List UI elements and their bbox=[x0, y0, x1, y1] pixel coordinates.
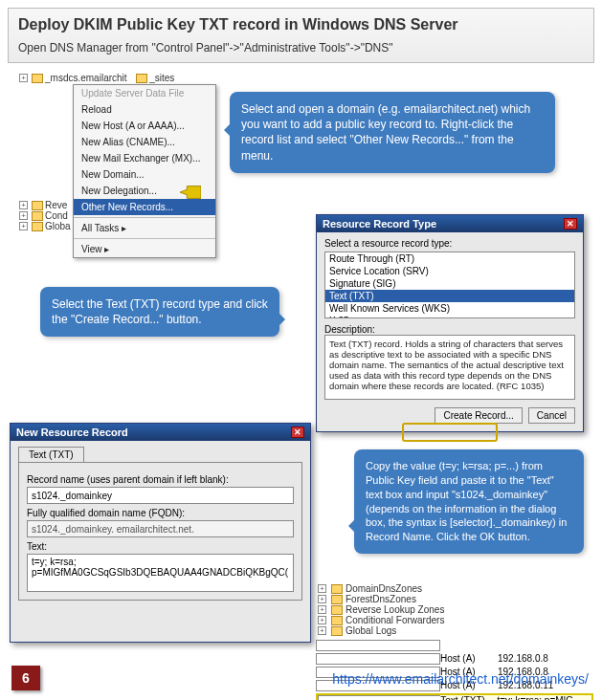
new-resource-record-dialog: New Resource Record ✕ Text (TXT) Record … bbox=[10, 423, 311, 643]
text-label: Text: bbox=[27, 541, 294, 552]
fqdn-field bbox=[27, 520, 294, 537]
folder-icon bbox=[32, 74, 43, 83]
tree-node[interactable]: +Global Logs bbox=[316, 625, 593, 636]
callout-3: Copy the value (t=y; k=rsa; p=...) from … bbox=[354, 449, 584, 554]
tree-label: _sites bbox=[149, 73, 174, 83]
select-label: Select a resource record type: bbox=[324, 238, 575, 249]
page-title: Deploy DKIM Public Key TXT record in Win… bbox=[18, 16, 584, 33]
footer-url[interactable]: https://www.emailarchitect.net/domainkey… bbox=[332, 671, 589, 687]
ctx-item[interactable]: Update Server Data File bbox=[74, 85, 215, 101]
tree-label: _msdcs.emailarchit bbox=[45, 73, 127, 83]
table-row[interactable]: (same as parent folder)Host (A)192.168.0… bbox=[316, 653, 593, 667]
expand-icon[interactable]: + bbox=[19, 74, 28, 82]
ctx-item[interactable]: All Tasks ▸ bbox=[74, 220, 215, 236]
list-item[interactable]: X.25 bbox=[325, 315, 574, 318]
ctx-item[interactable]: New Host (A or AAAA)... bbox=[74, 118, 215, 134]
cancel-button[interactable]: Cancel bbox=[528, 407, 575, 424]
dialog-title: Resource Record Type bbox=[323, 218, 436, 230]
tree-node[interactable]: +ForestDnsZones bbox=[316, 594, 593, 604]
callout-2: Select the Text (TXT) record type and cl… bbox=[40, 287, 279, 337]
tree-node[interactable]: +DomainDnsZones bbox=[316, 583, 593, 594]
resource-record-type-dialog: Resource Record Type ✕ Select a resource… bbox=[316, 214, 584, 432]
tab-text-txt[interactable]: Text (TXT) bbox=[18, 447, 84, 462]
list-item[interactable]: Text (TXT) bbox=[325, 290, 574, 302]
dialog-titlebar: Resource Record Type ✕ bbox=[317, 215, 583, 232]
folder-icon bbox=[136, 74, 147, 83]
pointer-arrow-icon bbox=[180, 186, 201, 199]
tree-node-msdcs[interactable]: + _msdcs.emailarchit _sites bbox=[17, 73, 209, 83]
list-item[interactable]: Well Known Services (WKS) bbox=[325, 302, 574, 315]
expand-icon[interactable]: + bbox=[19, 211, 28, 220]
record-name-input[interactable] bbox=[27, 487, 294, 504]
close-icon[interactable]: ✕ bbox=[564, 218, 577, 230]
fqdn-label: Fully qualified domain name (FQDN): bbox=[27, 508, 294, 518]
record-type-listbox[interactable]: Route Through (RT)Service Location (SRV)… bbox=[324, 252, 575, 318]
page-subtitle: Open DNS Manager from "Control Panel"->"… bbox=[18, 41, 584, 55]
table-row[interactable]: s1024._domainkeyText (TXT)t=y; k=rsa; p=… bbox=[316, 693, 593, 700]
expand-icon[interactable]: + bbox=[19, 201, 28, 209]
tree-node[interactable]: +Conditional Forwarders bbox=[316, 615, 593, 625]
expand-icon[interactable]: + bbox=[19, 222, 28, 230]
ctx-item[interactable]: Other New Records... bbox=[74, 199, 215, 215]
ctx-item[interactable]: New Domain... bbox=[74, 166, 215, 183]
records-table: (same as parent folder)(same as parent f… bbox=[316, 640, 593, 700]
record-name-label: Record name (uses parent domain if left … bbox=[27, 474, 294, 485]
tree-node[interactable]: +Reverse Lookup Zones bbox=[316, 604, 593, 615]
context-menu: Update Server Data FileReloadNew Host (A… bbox=[73, 84, 216, 258]
svg-marker-0 bbox=[180, 186, 201, 199]
tree-label: Reve bbox=[45, 200, 67, 210]
tree-label: Cond bbox=[45, 210, 68, 221]
dialog-title: New Resource Record bbox=[16, 427, 128, 438]
list-item[interactable]: Service Location (SRV) bbox=[325, 265, 574, 277]
ctx-item[interactable]: View ▸ bbox=[74, 241, 215, 257]
zones-tree: +DomainDnsZones+ForestDnsZones+Reverse L… bbox=[316, 583, 593, 636]
folder-icon bbox=[32, 201, 43, 210]
folder-icon bbox=[32, 222, 43, 231]
description-label: Description: bbox=[324, 324, 575, 335]
folder-icon bbox=[32, 211, 43, 221]
text-input[interactable]: t=y; k=rsa; p=MIGfMA0GCSqGSIb3DQEBAQUAA4… bbox=[27, 554, 294, 592]
list-item[interactable]: Signature (SIG) bbox=[325, 277, 574, 290]
ctx-item[interactable]: New Mail Exchanger (MX)... bbox=[74, 150, 215, 166]
close-icon[interactable]: ✕ bbox=[291, 427, 304, 438]
create-record-button[interactable]: Create Record... bbox=[435, 407, 522, 424]
callout-1: Select and open a domain (e.g. emailarch… bbox=[230, 92, 555, 173]
description-box: Text (TXT) record. Holds a string of cha… bbox=[324, 335, 575, 400]
ctx-item[interactable]: Reload bbox=[74, 101, 215, 118]
table-row[interactable]: (same as parent folder) bbox=[316, 640, 593, 653]
list-item[interactable]: Route Through (RT) bbox=[325, 252, 574, 265]
ctx-item[interactable]: New Alias (CNAME)... bbox=[74, 134, 215, 150]
page-number: 6 bbox=[11, 666, 40, 690]
dialog-titlebar: New Resource Record ✕ bbox=[11, 424, 310, 441]
tree-label: Globa bbox=[45, 221, 71, 231]
header-box: Deploy DKIM Public Key TXT record in Win… bbox=[8, 8, 594, 63]
